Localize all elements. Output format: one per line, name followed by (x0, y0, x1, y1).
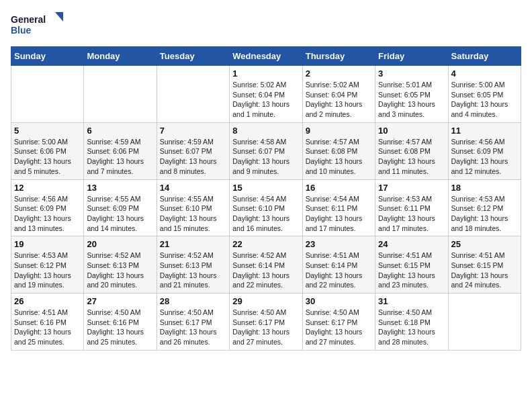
day-number: 5 (14, 126, 81, 136)
day-info: Sunrise: 4:50 AMSunset: 6:17 PMDaylight:… (160, 308, 226, 347)
day-cell-24: 24Sunrise: 4:51 AMSunset: 6:15 PMDayligh… (375, 236, 448, 293)
day-info: Sunrise: 5:02 AMSunset: 6:04 PMDaylight:… (232, 80, 299, 120)
day-cell-16: 16Sunrise: 4:54 AMSunset: 6:11 PMDayligh… (302, 179, 375, 236)
day-cell-6: 6Sunrise: 4:59 AMSunset: 6:06 PMDaylight… (84, 122, 157, 179)
day-cell-4: 4Sunrise: 5:00 AMSunset: 6:05 PMDaylight… (448, 66, 521, 123)
day-info: Sunrise: 4:54 AMSunset: 6:11 PMDaylight:… (306, 194, 372, 234)
empty-cell (448, 293, 521, 351)
day-number: 1 (232, 68, 299, 79)
day-number: 25 (451, 239, 518, 249)
day-info: Sunrise: 4:57 AMSunset: 6:08 PMDaylight:… (378, 137, 445, 177)
day-info: Sunrise: 5:00 AMSunset: 6:05 PMDaylight:… (451, 80, 518, 120)
day-info: Sunrise: 4:57 AMSunset: 6:08 PMDaylight:… (306, 137, 372, 177)
day-number: 18 (451, 183, 518, 193)
day-cell-1: 1Sunrise: 5:02 AMSunset: 6:04 PMDaylight… (230, 66, 302, 123)
empty-cell (157, 66, 229, 123)
col-header-sunday: Sunday (11, 47, 84, 66)
week-row-1: 1Sunrise: 5:02 AMSunset: 6:04 PMDaylight… (11, 66, 521, 123)
day-number: 15 (232, 183, 299, 193)
day-info: Sunrise: 4:58 AMSunset: 6:07 PMDaylight:… (232, 137, 299, 177)
day-info: Sunrise: 4:53 AMSunset: 6:12 PMDaylight:… (14, 250, 81, 290)
day-number: 2 (306, 68, 372, 79)
day-number: 3 (378, 68, 445, 79)
calendar-header: SundayMondayTuesdayWednesdayThursdayFrid… (11, 47, 521, 66)
day-cell-28: 28Sunrise: 4:50 AMSunset: 6:17 PMDayligh… (157, 293, 229, 351)
day-info: Sunrise: 5:00 AMSunset: 6:06 PMDaylight:… (14, 137, 81, 177)
day-number: 27 (87, 296, 153, 306)
day-info: Sunrise: 4:56 AMSunset: 6:09 PMDaylight:… (451, 137, 518, 177)
calendar-table: SundayMondayTuesdayWednesdayThursdayFrid… (11, 46, 521, 351)
day-info: Sunrise: 4:52 AMSunset: 6:14 PMDaylight:… (232, 250, 299, 290)
day-cell-22: 22Sunrise: 4:52 AMSunset: 6:14 PMDayligh… (230, 236, 302, 293)
empty-cell (11, 66, 84, 123)
week-row-5: 26Sunrise: 4:51 AMSunset: 6:16 PMDayligh… (11, 293, 521, 351)
day-cell-23: 23Sunrise: 4:51 AMSunset: 6:14 PMDayligh… (302, 236, 375, 293)
day-info: Sunrise: 4:53 AMSunset: 6:12 PMDaylight:… (451, 194, 518, 234)
logo-svg: General Blue (11, 11, 64, 41)
day-info: Sunrise: 4:50 AMSunset: 6:18 PMDaylight:… (378, 308, 445, 347)
day-number: 29 (232, 296, 299, 306)
day-info: Sunrise: 4:56 AMSunset: 6:09 PMDaylight:… (14, 194, 81, 234)
logo: General Blue (11, 11, 64, 41)
svg-text:Blue: Blue (11, 25, 32, 36)
day-number: 22 (232, 239, 299, 249)
day-cell-2: 2Sunrise: 5:02 AMSunset: 6:04 PMDaylight… (302, 66, 375, 123)
day-cell-12: 12Sunrise: 4:56 AMSunset: 6:09 PMDayligh… (11, 179, 84, 236)
day-number: 12 (14, 183, 81, 193)
header: General Blue (11, 11, 521, 41)
day-number: 31 (378, 296, 445, 306)
day-cell-10: 10Sunrise: 4:57 AMSunset: 6:08 PMDayligh… (375, 122, 448, 179)
day-number: 8 (232, 126, 299, 136)
day-cell-18: 18Sunrise: 4:53 AMSunset: 6:12 PMDayligh… (448, 179, 521, 236)
empty-cell (84, 66, 157, 123)
day-cell-19: 19Sunrise: 4:53 AMSunset: 6:12 PMDayligh… (11, 236, 84, 293)
day-cell-14: 14Sunrise: 4:55 AMSunset: 6:10 PMDayligh… (157, 179, 229, 236)
week-row-3: 12Sunrise: 4:56 AMSunset: 6:09 PMDayligh… (11, 179, 521, 236)
day-info: Sunrise: 5:02 AMSunset: 6:04 PMDaylight:… (306, 80, 372, 120)
col-header-monday: Monday (84, 47, 157, 66)
day-info: Sunrise: 4:51 AMSunset: 6:14 PMDaylight:… (306, 250, 372, 290)
day-info: Sunrise: 4:50 AMSunset: 6:17 PMDaylight:… (232, 308, 299, 347)
day-number: 14 (160, 183, 226, 193)
day-number: 4 (451, 68, 518, 79)
day-number: 17 (378, 183, 445, 193)
day-cell-8: 8Sunrise: 4:58 AMSunset: 6:07 PMDaylight… (230, 122, 302, 179)
day-cell-29: 29Sunrise: 4:50 AMSunset: 6:17 PMDayligh… (230, 293, 302, 351)
day-cell-26: 26Sunrise: 4:51 AMSunset: 6:16 PMDayligh… (11, 293, 84, 351)
col-header-wednesday: Wednesday (230, 47, 302, 66)
day-cell-9: 9Sunrise: 4:57 AMSunset: 6:08 PMDaylight… (302, 122, 375, 179)
col-header-friday: Friday (375, 47, 448, 66)
svg-marker-2 (55, 12, 63, 21)
day-cell-17: 17Sunrise: 4:53 AMSunset: 6:11 PMDayligh… (375, 179, 448, 236)
day-info: Sunrise: 4:55 AMSunset: 6:09 PMDaylight:… (87, 194, 153, 234)
day-info: Sunrise: 4:51 AMSunset: 6:15 PMDaylight:… (378, 250, 445, 290)
day-number: 11 (451, 126, 518, 136)
day-number: 30 (306, 296, 372, 306)
day-info: Sunrise: 4:55 AMSunset: 6:10 PMDaylight:… (160, 194, 226, 234)
day-number: 7 (160, 126, 226, 136)
day-cell-11: 11Sunrise: 4:56 AMSunset: 6:09 PMDayligh… (448, 122, 521, 179)
day-number: 6 (87, 126, 153, 136)
day-info: Sunrise: 4:59 AMSunset: 6:07 PMDaylight:… (160, 137, 226, 177)
day-number: 13 (87, 183, 153, 193)
day-number: 21 (160, 239, 226, 249)
day-info: Sunrise: 4:51 AMSunset: 6:15 PMDaylight:… (451, 250, 518, 290)
day-cell-3: 3Sunrise: 5:01 AMSunset: 6:05 PMDaylight… (375, 66, 448, 123)
day-cell-30: 30Sunrise: 4:50 AMSunset: 6:17 PMDayligh… (302, 293, 375, 351)
day-cell-13: 13Sunrise: 4:55 AMSunset: 6:09 PMDayligh… (84, 179, 157, 236)
day-cell-25: 25Sunrise: 4:51 AMSunset: 6:15 PMDayligh… (448, 236, 521, 293)
day-info: Sunrise: 5:01 AMSunset: 6:05 PMDaylight:… (378, 80, 445, 120)
day-cell-31: 31Sunrise: 4:50 AMSunset: 6:18 PMDayligh… (375, 293, 448, 351)
day-cell-15: 15Sunrise: 4:54 AMSunset: 6:10 PMDayligh… (230, 179, 302, 236)
week-row-2: 5Sunrise: 5:00 AMSunset: 6:06 PMDaylight… (11, 122, 521, 179)
day-cell-21: 21Sunrise: 4:52 AMSunset: 6:13 PMDayligh… (157, 236, 229, 293)
day-info: Sunrise: 4:52 AMSunset: 6:13 PMDaylight:… (160, 250, 226, 290)
svg-text:General: General (11, 14, 46, 25)
day-cell-20: 20Sunrise: 4:52 AMSunset: 6:13 PMDayligh… (84, 236, 157, 293)
col-header-tuesday: Tuesday (157, 47, 229, 66)
day-info: Sunrise: 4:53 AMSunset: 6:11 PMDaylight:… (378, 194, 445, 234)
day-info: Sunrise: 4:54 AMSunset: 6:10 PMDaylight:… (232, 194, 299, 234)
day-number: 16 (306, 183, 372, 193)
day-number: 23 (306, 239, 372, 249)
day-number: 20 (87, 239, 153, 249)
